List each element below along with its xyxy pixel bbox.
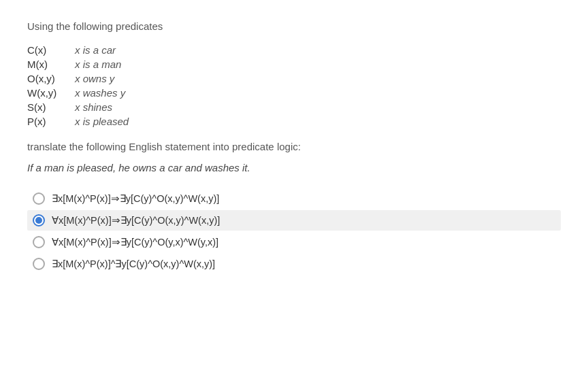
options-container: ∃x[M(x)^P(x)]⇒∃y[C(y)^O(x,y)^W(x,y)] ∀x[… — [27, 188, 561, 274]
predicate-row-mx: M(x) x is a man — [27, 58, 561, 70]
predicate-desc-px: x is pleased — [75, 116, 129, 127]
radio-option-1[interactable] — [33, 192, 45, 205]
predicate-name-oxy: O(x,y) — [27, 73, 75, 84]
option-row-4[interactable]: ∃x[M(x)^P(x)]^∃y[C(y)^O(x,y)^W(x,y)] — [27, 254, 561, 274]
predicate-name-cx: C(x) — [27, 44, 75, 56]
predicate-row-px: P(x) x is pleased — [27, 116, 561, 127]
radio-option-2[interactable] — [33, 214, 45, 226]
predicate-desc-sx: x shines — [75, 101, 112, 113]
predicate-name-wxy: W(x,y) — [27, 87, 75, 99]
predicate-desc-cx: x is a car — [75, 44, 116, 56]
option-text-3: ∀x[M(x)^P(x)]⇒∃y[C(y)^O(y,x)^W(y,x)] — [52, 237, 218, 248]
option-text-2: ∀x[M(x)^P(x)]⇒∃y[C(y)^O(x,y)^W(x,y)] — [52, 215, 220, 226]
radio-option-4[interactable] — [33, 258, 45, 270]
predicate-desc-wxy: x washes y — [75, 87, 125, 99]
predicate-row-cx: C(x) x is a car — [27, 44, 561, 56]
predicate-name-mx: M(x) — [27, 58, 75, 70]
english-statement: If a man is pleased, he owns a car and w… — [27, 162, 561, 173]
predicate-desc-oxy: x owns y — [75, 73, 114, 84]
option-text-4: ∃x[M(x)^P(x)]^∃y[C(y)^O(x,y)^W(x,y)] — [52, 258, 215, 269]
option-row-2[interactable]: ∀x[M(x)^P(x)]⇒∃y[C(y)^O(x,y)^W(x,y)] — [27, 210, 561, 231]
predicate-row-wxy: W(x,y) x washes y — [27, 87, 561, 99]
option-row-1[interactable]: ∃x[M(x)^P(x)]⇒∃y[C(y)^O(x,y)^W(x,y)] — [27, 188, 561, 209]
predicates-table: C(x) x is a car M(x) x is a man O(x,y) x… — [27, 44, 561, 127]
predicate-desc-mx: x is a man — [75, 58, 121, 70]
predicate-row-sx: S(x) x shines — [27, 101, 561, 113]
option-text-1: ∃x[M(x)^P(x)]⇒∃y[C(y)^O(x,y)^W(x,y)] — [52, 193, 219, 204]
intro-text: Using the following predicates — [27, 20, 561, 32]
translate-instruction: translate the following English statemen… — [27, 141, 561, 152]
option-row-3[interactable]: ∀x[M(x)^P(x)]⇒∃y[C(y)^O(y,x)^W(y,x)] — [27, 232, 561, 252]
predicate-row-oxy: O(x,y) x owns y — [27, 73, 561, 84]
predicate-name-px: P(x) — [27, 116, 75, 127]
radio-option-3[interactable] — [33, 236, 45, 248]
predicate-name-sx: S(x) — [27, 101, 75, 113]
